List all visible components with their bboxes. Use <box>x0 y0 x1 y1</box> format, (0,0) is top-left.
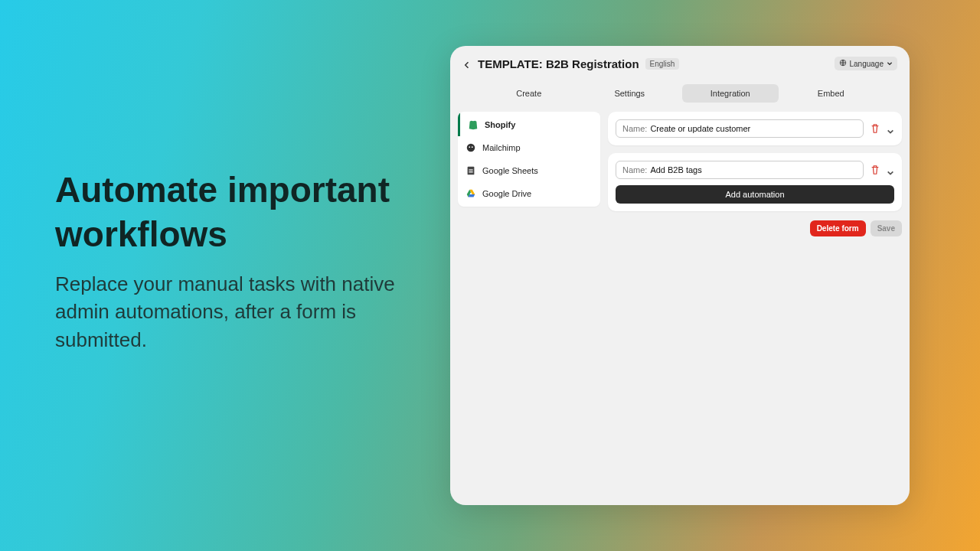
tabs: Create Settings Integration Embed <box>450 78 910 112</box>
body: Shopify Mailchimp Google Sheets Google D… <box>450 112 910 211</box>
globe-icon <box>839 59 847 68</box>
chevron-down-icon[interactable] <box>887 166 894 174</box>
automation-row: Name: Add B2B tags Add automation <box>608 153 902 211</box>
sidebar-item-shopify[interactable]: Shopify <box>458 113 600 136</box>
sidebar-item-google-drive[interactable]: Google Drive <box>458 182 600 205</box>
svg-rect-6 <box>469 171 472 171</box>
tab-settings[interactable]: Settings <box>582 84 678 103</box>
automation-row: Name: Create or update customer <box>608 112 902 145</box>
chevron-down-icon <box>887 60 893 68</box>
integrations-sidebar: Shopify Mailchimp Google Sheets Google D… <box>458 112 600 207</box>
trash-icon[interactable] <box>870 165 880 175</box>
shopify-icon <box>468 119 479 130</box>
name-value: Add B2B tags <box>650 165 701 174</box>
app-header: TEMPLATE: B2B Registration English Langu… <box>450 46 910 78</box>
svg-rect-5 <box>469 169 472 170</box>
tab-embed[interactable]: Embed <box>783 84 880 103</box>
tab-create[interactable]: Create <box>481 84 577 103</box>
page-title: TEMPLATE: B2B Registration <box>478 57 639 70</box>
google-drive-icon <box>466 188 476 199</box>
sidebar-item-google-sheets[interactable]: Google Sheets <box>458 159 600 182</box>
footer-actions: Delete form Save <box>450 211 910 236</box>
marketing-copy: Automate important workflows Replace you… <box>55 168 415 354</box>
sidebar-item-mailchimp[interactable]: Mailchimp <box>458 136 600 159</box>
name-label: Name: <box>622 165 647 174</box>
marketing-headline: Automate important workflows <box>55 168 415 256</box>
delete-form-button[interactable]: Delete form <box>810 220 866 236</box>
trash-icon[interactable] <box>870 123 880 134</box>
svg-point-2 <box>469 146 470 148</box>
mailchimp-icon <box>466 142 476 153</box>
language-selector[interactable]: Language <box>835 57 898 70</box>
name-label: Name: <box>622 124 647 133</box>
automation-name-field[interactable]: Name: Add B2B tags <box>616 161 864 179</box>
add-automation-button[interactable]: Add automation <box>616 185 894 204</box>
back-arrow-icon[interactable] <box>462 59 472 68</box>
svg-point-1 <box>467 144 475 152</box>
save-button[interactable]: Save <box>871 220 902 236</box>
app-window: TEMPLATE: B2B Registration English Langu… <box>450 46 910 505</box>
svg-point-3 <box>472 146 473 148</box>
sidebar-item-label: Google Sheets <box>482 166 538 175</box>
tab-integration[interactable]: Integration <box>682 84 779 103</box>
main-column: Name: Create or update customer Name: Ad… <box>608 112 902 211</box>
automation-name-field[interactable]: Name: Create or update customer <box>616 119 864 138</box>
chevron-down-icon[interactable] <box>887 125 894 132</box>
language-badge: English <box>645 58 680 70</box>
sidebar-item-label: Mailchimp <box>482 143 521 152</box>
language-label: Language <box>850 60 884 68</box>
sidebar-item-label: Google Drive <box>482 189 531 198</box>
google-sheets-icon <box>466 165 476 176</box>
marketing-sub: Replace your manual tasks with native ad… <box>55 270 415 354</box>
svg-rect-7 <box>469 172 472 173</box>
sidebar-item-label: Shopify <box>485 120 515 129</box>
name-value: Create or update customer <box>650 124 750 133</box>
